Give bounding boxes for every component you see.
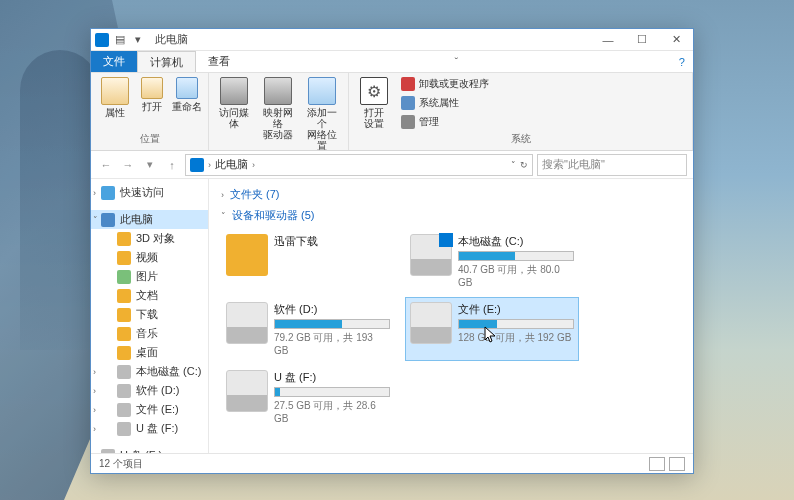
star-icon xyxy=(101,186,115,200)
sidebar-videos[interactable]: 视频 xyxy=(91,248,208,267)
folders-group-header[interactable]: ›文件夹 (7) xyxy=(221,187,681,202)
address-bar: ← → ▾ ↑ › 此电脑 › ˅ ↻ 搜索"此电脑" xyxy=(91,151,693,179)
sidebar-3d-objects[interactable]: 3D 对象 xyxy=(91,229,208,248)
content-pane[interactable]: ›文件夹 (7) ˅设备和驱动器 (5) 迅雷下载 本地磁盘 (C:) 40.7… xyxy=(209,179,693,453)
sidebar-udisk[interactable]: ›U 盘 (F:) xyxy=(91,446,208,453)
tile-drive-f[interactable]: U 盘 (F:) 27.5 GB 可用，共 28.6 GB xyxy=(221,365,395,429)
address-segment[interactable]: 此电脑 xyxy=(215,157,248,172)
tile-drive-d[interactable]: 软件 (D:) 79.2 GB 可用，共 193 GB xyxy=(221,297,395,361)
chevron-right-icon[interactable]: › xyxy=(93,405,96,415)
folder-icon xyxy=(117,346,131,360)
search-placeholder: 搜索"此电脑" xyxy=(542,157,605,172)
chevron-right-icon[interactable]: › xyxy=(93,367,96,377)
nav-recent-icon[interactable]: ▾ xyxy=(141,156,159,174)
ribbon: 属性 打开 重命名 位置 访问媒体 映射网络 驱动器 添加一个 网络位置 网络 … xyxy=(91,73,693,151)
add-network-button[interactable]: 添加一个 网络位置 xyxy=(301,75,343,153)
minimize-button[interactable]: — xyxy=(591,29,625,51)
sidebar-quick-access[interactable]: ›快速访问 xyxy=(91,183,208,202)
chevron-right-icon[interactable]: › xyxy=(208,160,211,170)
usage-bar xyxy=(458,319,574,329)
tab-computer[interactable]: 计算机 xyxy=(137,51,196,72)
chevron-right-icon[interactable]: › xyxy=(93,451,96,454)
sidebar-pictures[interactable]: 图片 xyxy=(91,267,208,286)
tab-file[interactable]: 文件 xyxy=(91,51,137,72)
sidebar-downloads[interactable]: 下载 xyxy=(91,305,208,324)
search-input[interactable]: 搜索"此电脑" xyxy=(537,154,687,176)
qat-properties-icon[interactable]: ▤ xyxy=(113,33,127,47)
help-icon[interactable]: ? xyxy=(671,51,693,72)
open-settings-button[interactable]: 打开 设置 xyxy=(353,75,395,131)
drive-icon xyxy=(101,449,115,454)
drive-icon xyxy=(117,365,131,379)
tile-drive-e[interactable]: 文件 (E:) 128 GB 可用，共 192 GB xyxy=(405,297,579,361)
drive-icon xyxy=(226,302,268,344)
sidebar-desktop[interactable]: 桌面 xyxy=(91,343,208,362)
address-dropdown-icon[interactable]: ˅ xyxy=(511,160,516,170)
close-button[interactable]: ✕ xyxy=(659,29,693,51)
maximize-button[interactable]: ☐ xyxy=(625,29,659,51)
ribbon-group-location: 位置 xyxy=(95,132,204,148)
ribbon-tabs: 文件 计算机 查看 ˇ ? xyxy=(91,51,693,73)
folder-icon xyxy=(117,270,131,284)
window-title: 此电脑 xyxy=(155,32,188,47)
nav-forward-icon[interactable]: → xyxy=(119,156,137,174)
properties-button[interactable]: 属性 xyxy=(95,75,136,120)
view-details-icon[interactable] xyxy=(649,457,665,471)
uninstall-button[interactable]: 卸载或更改程序 xyxy=(397,75,493,93)
address-input[interactable]: › 此电脑 › ˅ ↻ xyxy=(185,154,533,176)
drives-group-header[interactable]: ˅设备和驱动器 (5) xyxy=(221,208,681,223)
drive-icon xyxy=(117,422,131,436)
chevron-right-icon[interactable]: › xyxy=(252,160,255,170)
access-media-button[interactable]: 访问媒体 xyxy=(213,75,255,131)
pc-icon xyxy=(101,213,115,227)
folder-icon xyxy=(117,232,131,246)
qat-dropdown-icon[interactable]: ▾ xyxy=(131,33,145,47)
status-bar: 12 个项目 xyxy=(91,453,693,473)
pc-icon xyxy=(190,158,204,172)
drive-icon xyxy=(117,403,131,417)
tab-view[interactable]: 查看 xyxy=(196,51,242,72)
status-count: 12 个项目 xyxy=(99,457,143,471)
nav-back-icon[interactable]: ← xyxy=(97,156,115,174)
sidebar-drive-e[interactable]: ›文件 (E:) xyxy=(91,400,208,419)
manage-button[interactable]: 管理 xyxy=(397,113,493,131)
refresh-icon[interactable]: ↻ xyxy=(520,160,528,170)
app-icon[interactable] xyxy=(95,33,109,47)
usage-bar xyxy=(458,251,574,261)
titlebar[interactable]: ▤ ▾ 此电脑 — ☐ ✕ xyxy=(91,29,693,51)
tile-drive-c[interactable]: 本地磁盘 (C:) 40.7 GB 可用，共 80.0 GB xyxy=(405,229,579,293)
chevron-right-icon[interactable]: › xyxy=(93,424,96,434)
folder-icon xyxy=(117,289,131,303)
sidebar-this-pc[interactable]: ˅此电脑 xyxy=(91,210,208,229)
navigation-pane[interactable]: ›快速访问 ˅此电脑 3D 对象 视频 图片 文档 下载 音乐 桌面 ›本地磁盘… xyxy=(91,179,209,453)
system-properties-button[interactable]: 系统属性 xyxy=(397,94,493,112)
sidebar-documents[interactable]: 文档 xyxy=(91,286,208,305)
chevron-right-icon: › xyxy=(221,190,224,200)
nav-up-icon[interactable]: ↑ xyxy=(163,156,181,174)
folder-icon xyxy=(117,327,131,341)
usage-bar xyxy=(274,387,390,397)
ribbon-group-system: 系统 xyxy=(353,132,688,148)
drive-icon xyxy=(117,384,131,398)
sidebar-drive-d[interactable]: ›软件 (D:) xyxy=(91,381,208,400)
ribbon-collapse-icon[interactable]: ˇ xyxy=(447,51,467,72)
folder-icon xyxy=(117,251,131,265)
open-button[interactable]: 打开 xyxy=(138,75,167,114)
sidebar-drive-f[interactable]: ›U 盘 (F:) xyxy=(91,419,208,438)
chevron-down-icon[interactable]: ˅ xyxy=(93,215,98,225)
chevron-right-icon[interactable]: › xyxy=(93,188,96,198)
rename-button[interactable]: 重命名 xyxy=(169,75,204,114)
view-tiles-icon[interactable] xyxy=(669,457,685,471)
folder-icon xyxy=(226,234,268,276)
folder-icon xyxy=(117,308,131,322)
drive-icon xyxy=(410,302,452,344)
chevron-down-icon: ˅ xyxy=(221,211,226,221)
sidebar-drive-c[interactable]: ›本地磁盘 (C:) xyxy=(91,362,208,381)
chevron-right-icon[interactable]: › xyxy=(93,386,96,396)
drive-icon xyxy=(410,234,452,276)
drive-icon xyxy=(226,370,268,412)
sidebar-music[interactable]: 音乐 xyxy=(91,324,208,343)
explorer-window: ▤ ▾ 此电脑 — ☐ ✕ 文件 计算机 查看 ˇ ? 属性 打开 重命名 位置… xyxy=(90,28,694,474)
map-drive-button[interactable]: 映射网络 驱动器 xyxy=(257,75,299,142)
tile-xunlei[interactable]: 迅雷下载 xyxy=(221,229,395,293)
